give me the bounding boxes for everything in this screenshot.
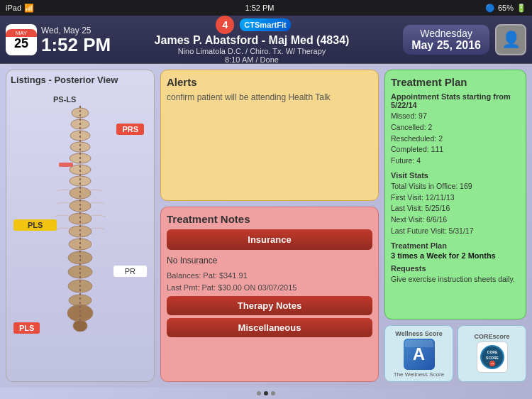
svg-point-12 [68, 251, 92, 264]
core-score-badge: CORE SCORE ™ [477, 341, 508, 373]
treatment-plan-title: Treatment Plan [391, 76, 520, 88]
page-dot-2 [264, 391, 268, 395]
alerts-title: Alerts [167, 76, 372, 88]
battery-level: 65% [498, 4, 514, 12]
left-panel: Listings - Posterior View PS-LS PRS [6, 70, 155, 382]
status-time: 1:52 PM [245, 4, 275, 12]
patient-avatar: 👤 [495, 24, 526, 55]
header-right-day: Wednesday [411, 28, 481, 39]
wellness-score-label: The Wellness Score [394, 371, 444, 378]
doctor-name: Nino Limatola D.C. / Chiro. Tx. W/ Thera… [119, 47, 384, 55]
stat-rescheduled: Rescheduled: 2 [391, 133, 520, 145]
middle-column: Alerts confirm patient will be attending… [160, 70, 379, 382]
appointment-stats-content: Missed: 97 Cancelled: 2 Rescheduled: 2 C… [391, 111, 520, 167]
treatment-notes-panel: Treatment Notes Insurance No Insurance B… [160, 207, 379, 382]
bottom-widgets: Wellness Score A The Wellness Score CORE… [384, 325, 526, 382]
svg-text:SCORE: SCORE [486, 356, 499, 360]
status-bar: iPad 📶 1:52 PM 🔵 65% 🔋 [0, 0, 532, 16]
label-pls2: PLS [13, 322, 40, 334]
stat-first-visit: First Visit: 12/11/13 [391, 192, 520, 204]
requests-title: Requests [391, 264, 520, 273]
status-right: 🔵 65% 🔋 [485, 4, 526, 13]
ct-smartfit-logo: CTSmartFit [240, 18, 290, 31]
alerts-panel: Alerts confirm patient will be attending… [160, 70, 379, 201]
calendar-icon[interactable]: MAY 25 [6, 24, 37, 55]
left-panel-title: Listings - Posterior View [11, 75, 150, 85]
appointment-stats-title: Appointment Stats starting from 5/22/14 [391, 92, 520, 109]
ipad-label: iPad [6, 4, 21, 12]
core-score-widget[interactable]: COREscore CORE SCORE ™ [458, 325, 526, 382]
requests-value: Give exercise instruction sheets daily. [391, 274, 520, 285]
stat-last-future-visit: Last Future Visit: 5/31/17 [391, 226, 520, 237]
wellness-score-title: Wellness Score [395, 330, 442, 337]
label-pls1: PLS [13, 219, 57, 231]
last-payment: Last Pmt: Pat: $30.00 ON 03/07/2015 [167, 282, 372, 294]
header-right-date-text: May 25, 2016 [411, 39, 481, 52]
visit-stats-content: Total Visits in Office: 169 First Visit:… [391, 181, 520, 237]
treatment-plan-value: 3 times a Week for 2 Months [391, 251, 520, 260]
svg-point-17 [73, 320, 87, 332]
header: MAY 25 Wed, May 25 1:52 PM 4 CTSmartFit … [0, 16, 532, 64]
header-left: MAY 25 Wed, May 25 1:52 PM [6, 24, 119, 55]
spine-container: PS-LS PRS [11, 88, 150, 365]
stat-missed: Missed: 97 [391, 111, 520, 122]
stat-last-visit: Last Visit: 5/25/16 [391, 203, 520, 214]
header-time-block: Wed, May 25 1:52 PM [41, 26, 111, 54]
svg-text:CORE: CORE [487, 350, 497, 354]
status-left: iPad 📶 [6, 4, 34, 13]
core-score-logo: CORE SCORE ™ [479, 344, 506, 371]
page-indicator [0, 388, 532, 399]
notification-badge[interactable]: 4 [216, 16, 234, 34]
svg-text:™: ™ [490, 362, 494, 366]
main-content: Listings - Posterior View PS-LS PRS [0, 64, 532, 388]
page-dot-1 [257, 391, 261, 395]
header-clock: 1:52 PM [41, 35, 111, 54]
page-dot-3 [271, 391, 275, 395]
stat-future: Future: 4 [391, 155, 520, 167]
svg-rect-19 [59, 163, 73, 167]
patient-name: James P. Abatsford - Maj Med (4834) [119, 34, 384, 47]
therapy-notes-button[interactable]: Therapy Notes [167, 296, 372, 315]
header-date-widget: Wednesday May 25, 2016 [403, 25, 489, 55]
bluetooth-icon: 🔵 [485, 4, 495, 13]
wifi-icon: 📶 [24, 4, 34, 13]
stat-cancelled: Cancelled: 2 [391, 122, 520, 133]
alerts-content: confirm patient will be attending Health… [167, 92, 372, 102]
balance-amount: Balances: Pat: $341.91 [167, 270, 372, 282]
label-prs: PRS [116, 124, 144, 135]
stat-next-visit: Next Visit: 6/6/16 [391, 214, 520, 226]
visit-stats-title: Visit Stats [391, 171, 520, 180]
no-insurance-label: No Insurance [167, 254, 372, 267]
wellness-score-widget[interactable]: Wellness Score A The Wellness Score [384, 325, 453, 382]
header-day-date: Wed, May 25 [41, 26, 111, 35]
balance-info: Balances: Pat: $341.91 Last Pmt: Pat: $3… [167, 270, 372, 293]
label-pr: PR [113, 266, 147, 277]
wellness-score-badge: A [404, 339, 435, 370]
spine-svg [52, 99, 109, 333]
calendar-date: 25 [14, 37, 28, 50]
treatment-plan-sub-title: Treatment Plan [391, 241, 520, 250]
battery-icon: 🔋 [516, 4, 526, 13]
miscellaneous-button[interactable]: Miscellaneous [167, 318, 372, 337]
stat-total-visits: Total Visits in Office: 169 [391, 181, 520, 192]
header-right: Wednesday May 25, 2016 👤 [384, 24, 526, 55]
treatment-plan-panel: Treatment Plan Appointment Stats startin… [384, 70, 526, 319]
right-panel: Treatment Plan Appointment Stats startin… [384, 70, 526, 382]
stat-completed: Completed: 111 [391, 144, 520, 155]
appointment-time: 8:10 AM / Done [119, 55, 384, 64]
header-center: 4 CTSmartFit James P. Abatsford - Maj Me… [119, 16, 384, 64]
treatment-notes-title: Treatment Notes [167, 213, 372, 225]
wellness-grade: A [413, 344, 425, 364]
insurance-button[interactable]: Insurance [167, 229, 372, 250]
core-score-title: COREscore [474, 333, 509, 340]
